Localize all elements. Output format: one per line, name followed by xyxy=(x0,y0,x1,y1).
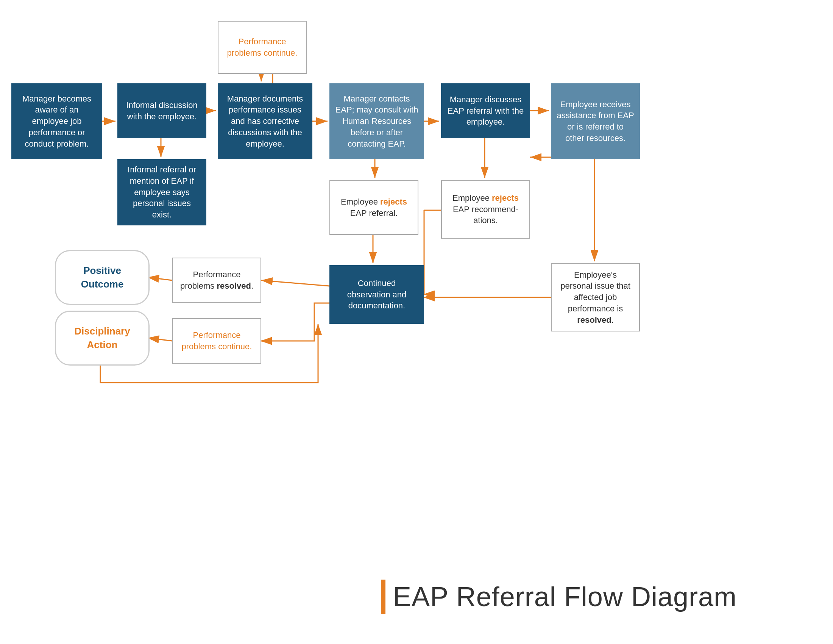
title-bar: EAP Referral Flow Diagram xyxy=(381,580,737,614)
box-informal-discussion: Informal discussion with the employee. xyxy=(117,83,206,138)
box-personal-resolved: Employee's personal issue that affected … xyxy=(551,263,640,332)
box-informal-discussion-text: Informal discussion with the employee. xyxy=(123,100,201,122)
box-informal-referral: Informal referral or mention of EAP if e… xyxy=(117,159,206,225)
box-perf-continue-bottom: Performance problems continue. xyxy=(172,318,261,364)
box-perf-continue-top-text: Performance problems continue. xyxy=(224,36,300,58)
box-perf-continue-top: Performance problems continue. xyxy=(218,21,307,74)
box-manager-documents: Manager documents performance issues and… xyxy=(218,83,312,159)
box-disciplinary-action-text: DisciplinaryAction xyxy=(74,325,130,351)
box-employee-rejects-recommendations: Employee rejects EAP recommend-ations. xyxy=(441,180,530,239)
svg-line-17 xyxy=(261,280,330,286)
box-continued-observation-text: Continued observation and documentation. xyxy=(335,278,418,311)
box-employee-receives: Employee receives assistance from EAP or… xyxy=(551,83,640,159)
box-positive-outcome: PositiveOutcome xyxy=(55,250,150,305)
box-perf-resolved: Performance problems resolved. xyxy=(172,258,261,303)
box-continued-observation: Continued observation and documentation. xyxy=(330,265,424,324)
svg-line-18 xyxy=(148,277,172,280)
diagram-title: EAP Referral Flow Diagram xyxy=(393,581,737,612)
box-manager-contacts-eap: Manager contacts EAP; may consult with H… xyxy=(330,83,424,159)
box-employee-rejects-referral-text: Employee rejects EAP referral. xyxy=(336,196,412,219)
box-perf-continue-bottom-text: Performance problems continue. xyxy=(179,330,255,352)
title-accent xyxy=(381,580,386,614)
box-employee-rejects-referral: Employee rejects EAP referral. xyxy=(330,180,418,235)
box-manager-aware: Manager becomes aware of an employee job… xyxy=(11,83,102,159)
box-disciplinary-action: DisciplinaryAction xyxy=(55,311,150,365)
diagram-container: Manager becomes aware of an employee job… xyxy=(0,0,833,644)
box-perf-resolved-text: Performance problems resolved. xyxy=(179,269,255,291)
box-manager-contacts-eap-text: Manager contacts EAP; may consult with H… xyxy=(335,93,418,149)
box-personal-resolved-text: Employee's personal issue that affected … xyxy=(557,269,634,325)
box-manager-documents-text: Manager documents performance issues and… xyxy=(224,93,307,149)
box-manager-aware-text: Manager becomes aware of an employee job… xyxy=(17,93,96,149)
box-informal-referral-text: Informal referral or mention of EAP if e… xyxy=(123,164,201,220)
box-manager-discusses: Manager discusses EAP referral with the … xyxy=(441,83,530,138)
svg-line-19 xyxy=(148,338,172,341)
box-manager-discusses-text: Manager discusses EAP referral with the … xyxy=(447,94,524,128)
box-positive-outcome-text: PositiveOutcome xyxy=(81,264,124,291)
box-employee-receives-text: Employee receives assistance from EAP or… xyxy=(556,99,634,144)
box-employee-rejects-recommendations-text: Employee rejects EAP recommend-ations. xyxy=(447,192,524,226)
